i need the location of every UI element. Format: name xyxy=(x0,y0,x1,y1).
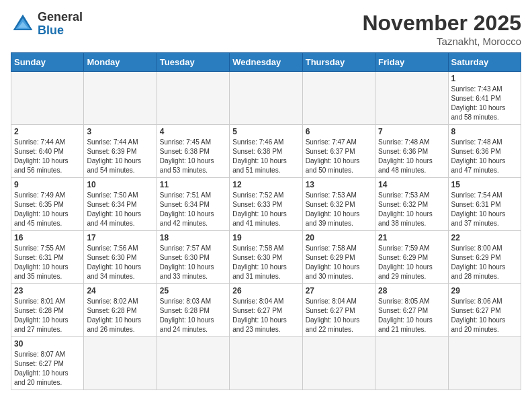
cell-sun-info: Sunrise: 7:53 AMSunset: 6:32 PMDaylight:… xyxy=(306,191,372,228)
calendar-cell xyxy=(157,72,229,125)
cell-sun-info: Sunrise: 7:47 AMSunset: 6:37 PMDaylight:… xyxy=(306,138,372,175)
cell-sun-info: Sunrise: 7:44 AMSunset: 6:39 PMDaylight:… xyxy=(87,138,153,175)
day-number: 26 xyxy=(232,286,299,295)
cell-sun-info: Sunrise: 7:55 AMSunset: 6:31 PMDaylight:… xyxy=(14,244,81,281)
week-row-5: 30Sunrise: 8:07 AMSunset: 6:27 PMDayligh… xyxy=(11,337,521,390)
calendar-table: SundayMondayTuesdayWednesdayThursdayFrid… xyxy=(11,52,521,390)
day-number: 13 xyxy=(306,180,372,189)
calendar-cell: 9Sunrise: 7:49 AMSunset: 6:35 PMDaylight… xyxy=(11,178,84,231)
cell-sun-info: Sunrise: 7:58 AMSunset: 6:29 PMDaylight:… xyxy=(306,244,372,281)
day-number: 28 xyxy=(378,286,445,295)
day-number: 17 xyxy=(87,233,153,242)
page-header: General Blue November 2025 Taznakht, Mor… xyxy=(11,11,521,47)
week-row-2: 9Sunrise: 7:49 AMSunset: 6:35 PMDaylight… xyxy=(11,178,521,231)
weekday-header-sunday: Sunday xyxy=(11,53,84,72)
calendar-cell: 26Sunrise: 8:04 AMSunset: 6:27 PMDayligh… xyxy=(230,284,302,337)
title-block: November 2025 Taznakht, Morocco xyxy=(362,11,521,47)
calendar-cell xyxy=(375,337,448,390)
calendar-cell xyxy=(84,72,157,125)
cell-sun-info: Sunrise: 8:04 AMSunset: 6:27 PMDaylight:… xyxy=(232,297,299,334)
day-number: 2 xyxy=(14,127,81,136)
day-number: 30 xyxy=(14,339,81,349)
month-title: November 2025 xyxy=(362,11,521,36)
cell-sun-info: Sunrise: 7:50 AMSunset: 6:34 PMDaylight:… xyxy=(87,191,153,228)
calendar-cell: 3Sunrise: 7:44 AMSunset: 6:39 PMDaylight… xyxy=(84,125,157,178)
day-number: 5 xyxy=(232,127,299,136)
calendar-cell: 22Sunrise: 8:00 AMSunset: 6:29 PMDayligh… xyxy=(448,231,521,284)
cell-sun-info: Sunrise: 8:03 AMSunset: 6:28 PMDaylight:… xyxy=(160,297,226,334)
calendar-cell: 23Sunrise: 8:01 AMSunset: 6:28 PMDayligh… xyxy=(11,284,84,337)
cell-sun-info: Sunrise: 7:43 AMSunset: 6:41 PMDaylight:… xyxy=(451,85,518,122)
cell-sun-info: Sunrise: 8:04 AMSunset: 6:27 PMDaylight:… xyxy=(306,297,372,334)
calendar-cell xyxy=(230,72,302,125)
calendar-cell: 16Sunrise: 7:55 AMSunset: 6:31 PMDayligh… xyxy=(11,231,84,284)
cell-sun-info: Sunrise: 7:57 AMSunset: 6:30 PMDaylight:… xyxy=(160,244,226,281)
calendar-cell: 12Sunrise: 7:52 AMSunset: 6:33 PMDayligh… xyxy=(230,178,302,231)
cell-sun-info: Sunrise: 7:45 AMSunset: 6:38 PMDaylight:… xyxy=(160,138,226,175)
day-number: 3 xyxy=(87,127,153,136)
calendar-cell xyxy=(375,72,448,125)
calendar-cell: 5Sunrise: 7:46 AMSunset: 6:38 PMDaylight… xyxy=(230,125,302,178)
location: Taznakht, Morocco xyxy=(362,36,521,47)
logo-icon xyxy=(11,12,35,36)
weekday-header-friday: Friday xyxy=(375,53,448,72)
calendar-cell: 18Sunrise: 7:57 AMSunset: 6:30 PMDayligh… xyxy=(157,231,229,284)
day-number: 4 xyxy=(160,127,226,136)
week-row-1: 2Sunrise: 7:44 AMSunset: 6:40 PMDaylight… xyxy=(11,125,521,178)
calendar-cell: 14Sunrise: 7:53 AMSunset: 6:32 PMDayligh… xyxy=(375,178,448,231)
calendar-cell: 13Sunrise: 7:53 AMSunset: 6:32 PMDayligh… xyxy=(302,178,375,231)
cell-sun-info: Sunrise: 7:52 AMSunset: 6:33 PMDaylight:… xyxy=(232,191,299,228)
cell-sun-info: Sunrise: 7:59 AMSunset: 6:29 PMDaylight:… xyxy=(378,244,445,281)
day-number: 1 xyxy=(451,74,518,83)
cell-sun-info: Sunrise: 8:05 AMSunset: 6:27 PMDaylight:… xyxy=(378,297,445,334)
cell-sun-info: Sunrise: 8:02 AMSunset: 6:28 PMDaylight:… xyxy=(87,297,153,334)
calendar-cell: 17Sunrise: 7:56 AMSunset: 6:30 PMDayligh… xyxy=(84,231,157,284)
weekday-header-monday: Monday xyxy=(84,53,157,72)
weekday-header-wednesday: Wednesday xyxy=(230,53,302,72)
week-row-4: 23Sunrise: 8:01 AMSunset: 6:28 PMDayligh… xyxy=(11,284,521,337)
day-number: 7 xyxy=(378,127,445,136)
calendar-cell: 29Sunrise: 8:06 AMSunset: 6:27 PMDayligh… xyxy=(448,284,521,337)
day-number: 27 xyxy=(306,286,372,295)
logo-general-text: General xyxy=(38,11,83,24)
day-number: 6 xyxy=(306,127,372,136)
calendar-cell xyxy=(302,337,375,390)
cell-sun-info: Sunrise: 8:01 AMSunset: 6:28 PMDaylight:… xyxy=(14,297,81,334)
logo-text: General Blue xyxy=(38,11,83,38)
logo-blue-text: Blue xyxy=(38,24,83,38)
weekday-header-tuesday: Tuesday xyxy=(157,53,229,72)
calendar-cell: 25Sunrise: 8:03 AMSunset: 6:28 PMDayligh… xyxy=(157,284,229,337)
cell-sun-info: Sunrise: 7:48 AMSunset: 6:36 PMDaylight:… xyxy=(451,138,518,175)
weekday-header-saturday: Saturday xyxy=(448,53,521,72)
day-number: 22 xyxy=(451,233,518,242)
day-number: 15 xyxy=(451,180,518,189)
calendar-cell: 30Sunrise: 8:07 AMSunset: 6:27 PMDayligh… xyxy=(11,337,84,390)
day-number: 12 xyxy=(232,180,299,189)
day-number: 23 xyxy=(14,286,81,295)
calendar-cell: 24Sunrise: 8:02 AMSunset: 6:28 PMDayligh… xyxy=(84,284,157,337)
day-number: 19 xyxy=(232,233,299,242)
calendar-cell: 28Sunrise: 8:05 AMSunset: 6:27 PMDayligh… xyxy=(375,284,448,337)
cell-sun-info: Sunrise: 8:07 AMSunset: 6:27 PMDaylight:… xyxy=(14,350,81,387)
calendar-cell xyxy=(157,337,229,390)
day-number: 14 xyxy=(378,180,445,189)
cell-sun-info: Sunrise: 7:46 AMSunset: 6:38 PMDaylight:… xyxy=(232,138,299,175)
logo: General Blue xyxy=(11,11,83,38)
cell-sun-info: Sunrise: 7:56 AMSunset: 6:30 PMDaylight:… xyxy=(87,244,153,281)
day-number: 16 xyxy=(14,233,81,242)
calendar-cell: 15Sunrise: 7:54 AMSunset: 6:31 PMDayligh… xyxy=(448,178,521,231)
calendar-cell: 21Sunrise: 7:59 AMSunset: 6:29 PMDayligh… xyxy=(375,231,448,284)
day-number: 10 xyxy=(87,180,153,189)
weekday-header-thursday: Thursday xyxy=(302,53,375,72)
calendar-cell: 10Sunrise: 7:50 AMSunset: 6:34 PMDayligh… xyxy=(84,178,157,231)
calendar-cell xyxy=(11,72,84,125)
day-number: 21 xyxy=(378,233,445,242)
cell-sun-info: Sunrise: 7:44 AMSunset: 6:40 PMDaylight:… xyxy=(14,138,81,175)
week-row-3: 16Sunrise: 7:55 AMSunset: 6:31 PMDayligh… xyxy=(11,231,521,284)
calendar-cell xyxy=(230,337,302,390)
calendar-cell: 2Sunrise: 7:44 AMSunset: 6:40 PMDaylight… xyxy=(11,125,84,178)
day-number: 20 xyxy=(306,233,372,242)
calendar-cell: 20Sunrise: 7:58 AMSunset: 6:29 PMDayligh… xyxy=(302,231,375,284)
calendar-cell: 8Sunrise: 7:48 AMSunset: 6:36 PMDaylight… xyxy=(448,125,521,178)
cell-sun-info: Sunrise: 8:00 AMSunset: 6:29 PMDaylight:… xyxy=(451,244,518,281)
